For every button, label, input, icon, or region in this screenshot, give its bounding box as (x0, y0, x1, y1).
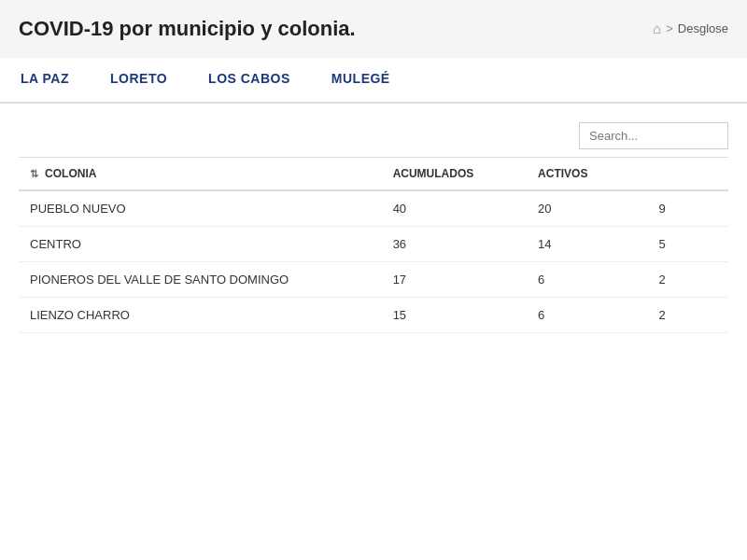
table-row: LIENZO CHARRO1562 (19, 298, 728, 333)
table-header: ⇅ COLONIAACUMULADOSACTIVOS (19, 158, 728, 191)
table-row: CENTRO36145 (19, 227, 728, 262)
col-header-extra (648, 158, 728, 191)
tab-loreto[interactable]: LORETO (90, 58, 188, 102)
table-row: PIONEROS DEL VALLE DE SANTO DOMINGO1762 (19, 262, 728, 298)
breadcrumb-current: Desglose (678, 21, 728, 35)
cell-colonia: PUEBLO NUEVO (19, 190, 382, 227)
page-title: COVID-19 por municipio y colonia. (19, 17, 356, 41)
col-header-colonia: COLONIA (45, 167, 96, 180)
home-icon: ⌂ (653, 21, 661, 36)
sort-icon: ⇅ (30, 168, 41, 179)
table-header-row: ⇅ COLONIAACUMULADOSACTIVOS (19, 158, 728, 191)
breadcrumb: ⌂ > Desglose (653, 17, 728, 36)
search-input[interactable]: Sear (579, 122, 728, 149)
col-header-activos: ACTIVOS (527, 158, 648, 191)
cell-acumulados: 36 (382, 227, 527, 262)
data-table: ⇅ COLONIAACUMULADOSACTIVOS PUEBLO NUEVO4… (19, 157, 728, 333)
tabs-bar: LA PAZLORETOLOS CABOSMULEGÉ (0, 58, 747, 104)
tab-los-cabos[interactable]: LOS CABOS (188, 58, 311, 102)
cell-extra: 2 (648, 298, 728, 333)
main-content: Sear ⇅ COLONIAACUMULADOSACTIVOS PUEBLO N… (0, 104, 747, 560)
cell-acumulados: 17 (382, 262, 527, 298)
cell-colonia: PIONEROS DEL VALLE DE SANTO DOMINGO (19, 262, 382, 298)
cell-activos: 6 (527, 298, 648, 333)
page-header: COVID-19 por municipio y colonia. ⌂ > De… (0, 0, 747, 50)
cell-activos: 6 (527, 262, 648, 298)
cell-activos: 14 (527, 227, 648, 262)
col-header-acumulados: ACUMULADOS (382, 158, 527, 191)
cell-extra: 2 (648, 262, 728, 298)
cell-extra: 5 (648, 227, 728, 262)
breadcrumb-separator: > (666, 21, 673, 35)
tab-mulege[interactable]: MULEGÉ (311, 58, 411, 102)
cell-acumulados: 40 (382, 190, 527, 227)
table-row: PUEBLO NUEVO40209 (19, 190, 728, 227)
cell-extra: 9 (648, 190, 728, 227)
cell-colonia: LIENZO CHARRO (19, 298, 382, 333)
cell-activos: 20 (527, 190, 648, 227)
tab-la-paz[interactable]: LA PAZ (0, 58, 90, 102)
cell-acumulados: 15 (382, 298, 527, 333)
cell-colonia: CENTRO (19, 227, 382, 262)
search-row: Sear (19, 113, 728, 157)
table-body: PUEBLO NUEVO40209CENTRO36145PIONEROS DEL… (19, 190, 728, 333)
